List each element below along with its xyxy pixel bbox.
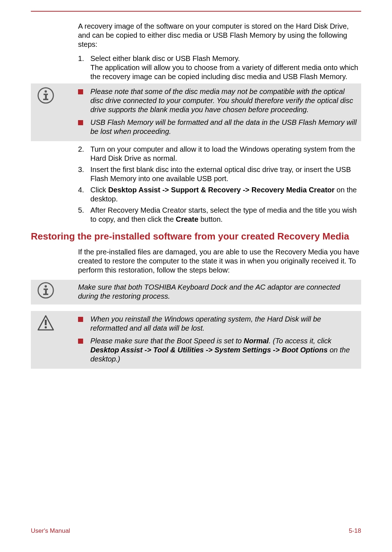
warning-item: Please make sure that the Boot Speed is … [78, 336, 359, 364]
step-5-bold: Create [176, 215, 198, 223]
restore-intro: If the pre-installed files are damaged, … [78, 248, 361, 275]
step-1-line-a: Select either blank disc or USB Flash Me… [90, 54, 240, 62]
step-2: 2. Turn on your computer and allow it to… [78, 145, 361, 163]
intro-paragraph: A recovery image of the software on your… [78, 22, 361, 49]
info-icon [37, 87, 54, 104]
svg-rect-4 [43, 99, 48, 100]
warn-b-pre: Please make sure that the Boot Speed is … [90, 337, 244, 345]
step-5-post: button. [199, 215, 223, 223]
warn-b-bold2: Desktop Assist -> Tool & Utilities -> Sy… [90, 346, 328, 354]
top-rule [31, 11, 361, 12]
warning-icon [37, 315, 54, 331]
svg-point-1 [45, 90, 47, 93]
step-text: After Recovery Media Creator starts, sel… [90, 206, 361, 224]
footer-right: 5-18 [349, 527, 361, 535]
warning-block: When you reinstall the Windows operating… [31, 311, 361, 369]
footer-left: User's Manual [31, 527, 70, 535]
svg-point-12 [45, 326, 47, 328]
step-1-line-b: The application will allow you to choose… [90, 64, 358, 81]
step-number: 1. [78, 54, 90, 81]
step-4-pre: Click [90, 186, 108, 194]
info-icon [37, 282, 54, 299]
info-note-text: USB Flash Memory will be formatted and a… [90, 118, 359, 136]
bullet-icon [78, 89, 83, 94]
bullet-icon [78, 317, 83, 322]
step-3: 3. Insert the first blank disc into the … [78, 165, 361, 183]
step-text: Click Desktop Assist -> Support & Recove… [90, 185, 361, 204]
svg-rect-11 [45, 320, 47, 325]
svg-rect-8 [45, 289, 47, 294]
bullet-icon [78, 120, 83, 125]
step-number: 5. [78, 206, 90, 224]
info-note-block-1: Please note that some of the disc media … [31, 83, 361, 141]
step-text: Insert the first blank disc into the ext… [90, 165, 361, 183]
info-note-text: Make sure that both TOSHIBA Keyboard Doc… [78, 283, 359, 301]
section-heading: Restoring the pre-installed software fro… [31, 230, 361, 242]
warn-b-mid: . (To access it, click [269, 337, 331, 345]
page-footer: User's Manual 5-18 [31, 527, 361, 535]
bullet-icon [78, 339, 83, 344]
svg-rect-9 [43, 294, 48, 295]
warn-b-bold1: Normal [244, 337, 269, 345]
step-4-bold: Desktop Assist -> Support & Recovery -> … [108, 186, 335, 194]
step-text: Turn on your computer and allow it to lo… [90, 145, 361, 163]
info-note-block-2: Make sure that both TOSHIBA Keyboard Doc… [31, 280, 361, 304]
svg-rect-3 [45, 94, 47, 99]
step-number: 3. [78, 165, 90, 183]
step-number: 4. [78, 185, 90, 204]
step-4: 4. Click Desktop Assist -> Support & Rec… [78, 185, 361, 204]
step-1: 1. Select either blank disc or USB Flash… [78, 54, 361, 81]
step-number: 2. [78, 145, 90, 163]
warning-item: When you reinstall the Windows operating… [78, 315, 359, 333]
step-5-pre: After Recovery Media Creator starts, sel… [90, 206, 357, 223]
svg-point-6 [45, 285, 47, 287]
info-note-text: Please note that some of the disc media … [90, 87, 359, 114]
step-text: Select either blank disc or USB Flash Me… [90, 54, 361, 81]
info-note-item: Please note that some of the disc media … [78, 87, 359, 114]
info-note-item: USB Flash Memory will be formatted and a… [78, 118, 359, 136]
step-5: 5. After Recovery Media Creator starts, … [78, 206, 361, 224]
warning-text: Please make sure that the Boot Speed is … [90, 336, 359, 364]
warning-text: When you reinstall the Windows operating… [90, 315, 359, 333]
